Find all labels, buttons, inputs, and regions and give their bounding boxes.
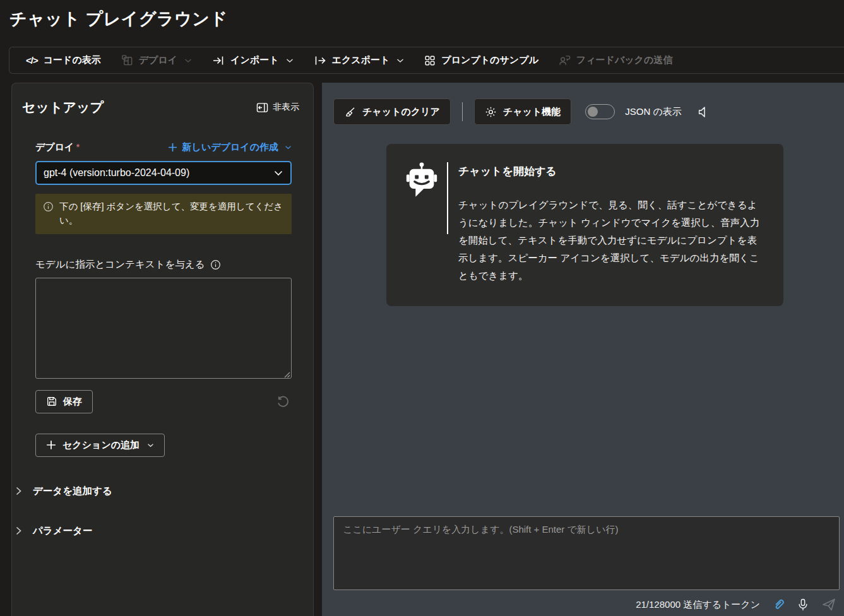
- instructions-textarea[interactable]: [35, 278, 292, 379]
- chatbot-icon: [405, 162, 438, 198]
- user-query-box: [333, 516, 840, 590]
- grid-icon: [424, 55, 436, 66]
- deployment-select-value: gpt-4 (version:turbo-2024-04-09): [44, 167, 189, 179]
- toolbar-divider: [462, 102, 463, 121]
- deployment-field-label: デプロイ*: [35, 141, 80, 153]
- clear-chat-button[interactable]: チャットのクリア: [333, 98, 451, 125]
- show-code-label: コードの表示: [44, 54, 101, 66]
- code-icon: </>: [26, 55, 38, 66]
- broom-icon: [344, 106, 356, 118]
- chevron-down-icon: [184, 58, 192, 63]
- plus-icon: [46, 440, 56, 450]
- resize-handle[interactable]: [284, 372, 290, 378]
- import-icon: [212, 54, 225, 67]
- save-icon: [46, 396, 57, 407]
- chevron-down-icon: [286, 58, 294, 63]
- add-data-accordion[interactable]: データを追加する: [16, 485, 112, 498]
- import-label: インポート: [230, 54, 278, 66]
- chevron-right-icon: [16, 526, 21, 535]
- create-new-deployment-button[interactable]: 新しいデプロイの作成: [168, 141, 292, 153]
- deploy-icon: [121, 54, 133, 66]
- toggle-knob: [588, 107, 598, 117]
- prompt-samples-label: プロンプトのサンプル: [441, 54, 538, 66]
- json-toggle[interactable]: [585, 104, 615, 119]
- save-label: 保存: [63, 396, 82, 408]
- setup-title: セットアップ: [22, 98, 104, 116]
- plus-icon: [168, 143, 177, 152]
- setup-panel: セットアップ 非表示 デプロイ* 新しいデプロイの作成: [11, 83, 314, 616]
- import-button[interactable]: インポート: [202, 47, 303, 73]
- save-warning-text: 下の [保存] ボタンを選択して、変更を適用してください。: [59, 200, 284, 228]
- export-label: エクスポート: [332, 54, 390, 66]
- send-feedback-button: フィードバックの送信: [549, 47, 682, 73]
- microphone-icon[interactable]: [797, 598, 809, 612]
- speaker-icon[interactable]: [697, 105, 710, 119]
- export-button[interactable]: エクスポート: [304, 47, 415, 73]
- instructions-label: モデルに指示とコンテキストを与える: [35, 258, 292, 271]
- command-bar: </> コードの表示 デプロイ インポート: [9, 47, 844, 74]
- save-warning-message: 下の [保存] ボタンを選択して、変更を適用してください。: [35, 194, 292, 234]
- collapse-panel-icon: [256, 102, 268, 113]
- chevron-down-icon: [274, 170, 283, 176]
- chat-area: チャットのクリア チャット機能 JSON の表示: [322, 83, 844, 616]
- parameters-label: パラメーター: [33, 524, 92, 538]
- chat-intro-title: チャットを開始する: [458, 164, 764, 179]
- add-data-label: データを追加する: [33, 485, 112, 498]
- create-new-deployment-label: 新しいデプロイの作成: [182, 141, 278, 153]
- chat-intro-card: チャットを開始する チャットのプレイグラウンドで、見る、聞く、話すことができるよ…: [386, 144, 783, 306]
- chat-features-label: チャット機能: [503, 106, 561, 118]
- send-icon: [821, 598, 836, 612]
- deploy-button: デプロイ: [111, 47, 202, 73]
- chat-toolbar: チャットのクリア チャット機能 JSON の表示: [333, 98, 710, 125]
- json-toggle-label: JSON の表示: [625, 106, 682, 118]
- chat-intro-body: チャットのプレイグラウンドで、見る、聞く、話すことができるようになりました。チャ…: [458, 196, 764, 284]
- export-icon: [314, 54, 326, 67]
- chevron-right-icon: [16, 487, 21, 495]
- token-row: 21/128000 送信するトークン: [636, 598, 836, 612]
- clear-chat-label: チャットのクリア: [362, 106, 440, 118]
- info-icon: [43, 201, 54, 228]
- send-feedback-label: フィードバックの送信: [576, 54, 672, 66]
- hide-panel-button[interactable]: 非表示: [256, 102, 299, 113]
- feedback-icon: [559, 54, 571, 66]
- add-section-button[interactable]: セクションの追加: [35, 434, 165, 457]
- chevron-down-icon: [285, 145, 292, 150]
- add-section-label: セクションの追加: [62, 439, 140, 451]
- parameters-accordion[interactable]: パラメーター: [16, 524, 92, 538]
- info-icon[interactable]: [210, 259, 221, 270]
- deployment-select[interactable]: gpt-4 (version:turbo-2024-04-09): [35, 161, 292, 185]
- gear-icon: [485, 106, 497, 118]
- chat-features-button[interactable]: チャット機能: [474, 98, 571, 125]
- show-code-button[interactable]: </> コードの表示: [16, 47, 111, 73]
- page-title: チャット プレイグラウンド: [9, 8, 228, 30]
- deploy-label: デプロイ: [139, 54, 177, 66]
- attach-file-icon[interactable]: [773, 598, 785, 612]
- chevron-down-icon: [147, 443, 154, 447]
- save-button[interactable]: 保存: [35, 390, 93, 413]
- undo-icon: [275, 393, 292, 410]
- hide-panel-label: 非表示: [273, 102, 299, 113]
- prompt-samples-button[interactable]: プロンプトのサンプル: [414, 47, 549, 73]
- user-query-input[interactable]: [333, 516, 840, 590]
- chevron-down-icon: [396, 58, 404, 63]
- required-mark: *: [76, 141, 80, 152]
- token-counter: 21/128000 送信するトークン: [636, 599, 760, 611]
